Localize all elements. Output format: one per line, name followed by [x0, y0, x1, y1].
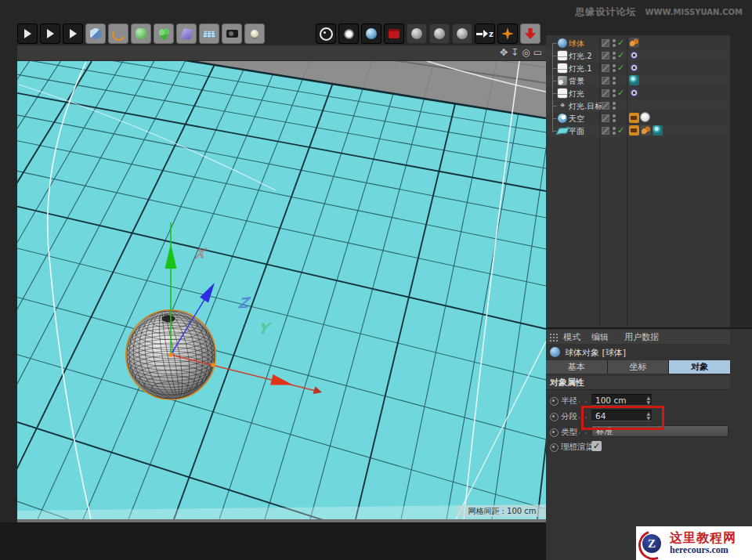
keyframe-dot-icon[interactable]: [550, 428, 559, 437]
render-region-button[interactable]: [316, 23, 336, 44]
tab-basic[interactable]: 基本: [546, 360, 607, 374]
camera-icon: [226, 30, 238, 38]
compositing-tag-icon[interactable]: [629, 125, 639, 135]
red-highlight-annotation: [581, 406, 664, 430]
layer-swatch[interactable]: [602, 52, 609, 60]
coordinate-system-button[interactable]: z: [475, 23, 495, 44]
play-forward-icon[interactable]: [17, 23, 38, 44]
menu-user-data[interactable]: 用户数据: [624, 331, 659, 343]
record-keyframe-icon[interactable]: [63, 23, 83, 44]
null-target-object-icon: ⌖: [558, 101, 567, 110]
menu-edit[interactable]: 编辑: [591, 331, 609, 343]
array-generator-button[interactable]: [154, 23, 174, 44]
radius-spinner[interactable]: ▲ ▼: [646, 396, 650, 405]
object-row-light-target[interactable]: ⌖ 灯光.目标: [546, 99, 730, 112]
visibility-dots[interactable]: [613, 39, 616, 47]
watermark: 思缘设计论坛 WWW.MISSYUAN.COM: [575, 5, 743, 19]
material-ball-2[interactable]: [429, 23, 450, 44]
deformer-button[interactable]: [176, 23, 197, 44]
orange-star-icon: [501, 27, 514, 40]
viewport-3d-scene[interactable]: X Z Y 网格间距 : 100 cm: [17, 61, 546, 519]
sky-texture-tag-icon[interactable]: [641, 113, 651, 123]
enabled-check-icon[interactable]: ✓: [617, 50, 624, 60]
object-name[interactable]: 平面: [569, 126, 584, 137]
visibility-dots[interactable]: [613, 64, 616, 72]
render-active-view-button[interactable]: [338, 23, 359, 44]
layer-swatch[interactable]: [602, 39, 609, 47]
phong-tag-icon[interactable]: [629, 38, 639, 48]
visibility-dots[interactable]: [613, 114, 616, 122]
logo-site-domain: herecours.com: [670, 545, 736, 555]
play-icon: [24, 29, 31, 38]
watermark-site-url: WWW.MISSYUAN.COM: [645, 8, 743, 16]
compositing-tag-icon[interactable]: [629, 113, 639, 123]
panel-grid-icon[interactable]: [549, 333, 558, 341]
plane-object[interactable]: [17, 61, 546, 519]
visibility-dots[interactable]: [613, 89, 616, 97]
dolly-icon[interactable]: ↧: [511, 46, 519, 60]
tab-coordinates[interactable]: 坐标: [608, 360, 669, 374]
target-tag-icon[interactable]: [629, 50, 639, 60]
x-axis-handle-dot[interactable]: [211, 363, 215, 367]
visibility-dots[interactable]: [613, 127, 616, 135]
texture-tag-icon[interactable]: [629, 75, 639, 85]
object-name[interactable]: 球体: [569, 38, 584, 49]
object-row-light1[interactable]: 灯光.1 ✓: [546, 62, 730, 74]
render-perfect-checkbox[interactable]: ✓: [591, 441, 602, 451]
tab-object[interactable]: 对象: [669, 360, 730, 374]
material-ball-1[interactable]: [407, 23, 427, 44]
object-name[interactable]: 灯光: [569, 89, 584, 99]
visibility-dots[interactable]: [613, 102, 616, 110]
gizmo-origin-dot[interactable]: [168, 352, 173, 357]
object-name[interactable]: 背景: [569, 76, 584, 87]
pan-icon[interactable]: ✥: [500, 46, 508, 60]
keyframe-dot-icon[interactable]: [550, 397, 559, 406]
keyframe-dot-icon[interactable]: [550, 443, 559, 452]
scene-svg[interactable]: X Z Y: [17, 61, 546, 519]
add-spline-button[interactable]: [108, 23, 128, 44]
object-row-light2[interactable]: 灯光.2 ✓: [546, 49, 730, 62]
camera-button[interactable]: [222, 23, 242, 44]
floor-environment-button[interactable]: [199, 23, 219, 44]
enabled-check-icon[interactable]: ✓: [617, 88, 624, 98]
layer-swatch[interactable]: [602, 127, 609, 135]
target-tag-icon[interactable]: [629, 88, 639, 98]
texture-tag-icon[interactable]: [653, 125, 663, 135]
object-row-plane[interactable]: 平面 ✓: [546, 125, 730, 137]
play-animation-icon[interactable]: [40, 23, 60, 44]
keyframe-dot-icon[interactable]: [550, 413, 559, 421]
layer-swatch[interactable]: [602, 77, 609, 85]
layer-swatch[interactable]: [602, 114, 609, 122]
object-name[interactable]: 灯光.2: [569, 51, 592, 62]
light-button[interactable]: [244, 23, 265, 44]
render-picture-viewer-button[interactable]: [361, 23, 381, 44]
object-name[interactable]: 天空: [569, 114, 584, 125]
download-tool-button[interactable]: [520, 23, 540, 44]
axis-snap-button[interactable]: [497, 23, 518, 44]
radius-input[interactable]: 100 cm ▲ ▼: [591, 394, 652, 406]
layer-swatch[interactable]: [602, 89, 609, 97]
subdivision-surface-button[interactable]: [131, 23, 151, 44]
enabled-check-icon[interactable]: ✓: [617, 63, 624, 73]
object-row-light[interactable]: 灯光 ✓: [546, 87, 730, 99]
maximize-icon[interactable]: ▭: [533, 46, 542, 60]
object-row-sphere[interactable]: 球体 ✓: [546, 37, 730, 49]
render-settings-button[interactable]: [384, 23, 404, 44]
menu-mode[interactable]: 模式: [563, 331, 580, 343]
enabled-check-icon[interactable]: ✓: [617, 125, 624, 135]
material-ball-3[interactable]: [452, 23, 472, 44]
phong-tag-icon[interactable]: [641, 125, 651, 135]
visibility-dots[interactable]: [613, 77, 616, 85]
layer-swatch[interactable]: [602, 102, 609, 110]
object-row-background[interactable]: 背景: [546, 74, 730, 87]
spinner-down-icon[interactable]: ▼: [646, 400, 650, 405]
enabled-check-icon[interactable]: ✓: [617, 38, 624, 48]
add-cube-button[interactable]: [85, 23, 106, 44]
object-row-sky[interactable]: 天空: [546, 112, 730, 125]
orbit-icon[interactable]: ◎: [522, 46, 530, 60]
visibility-dots[interactable]: [613, 52, 616, 60]
layer-swatch[interactable]: [602, 64, 609, 72]
object-name[interactable]: 灯光.目标: [569, 101, 602, 112]
object-name[interactable]: 灯光.1: [569, 63, 592, 74]
target-tag-icon[interactable]: [629, 63, 639, 73]
